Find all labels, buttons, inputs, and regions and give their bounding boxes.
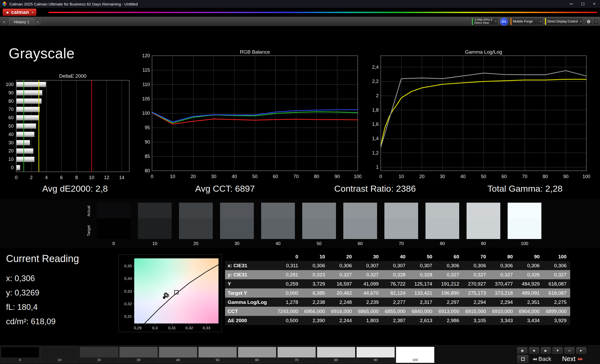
pattern-patch-10[interactable]: 10 xyxy=(40,347,79,363)
svg-text:0: 0 xyxy=(379,174,382,179)
svg-text:50: 50 xyxy=(252,174,257,179)
settings-button[interactable] xyxy=(585,18,592,25)
swatch-label: 60 xyxy=(343,241,377,246)
grayscale-swatch: 0 xyxy=(97,203,131,246)
svg-text:40: 40 xyxy=(8,132,14,137)
skip-button[interactable]: ► xyxy=(576,347,586,354)
pattern-patch-50[interactable]: 50 xyxy=(198,347,237,363)
transport-icon-row: ◉■▶▼∞► xyxy=(517,347,586,354)
next-button[interactable]: Next ▶▶ xyxy=(562,354,582,363)
svg-text:6: 6 xyxy=(60,175,63,180)
svg-text:70: 70 xyxy=(522,174,527,179)
calman-logo-button[interactable]: ★ calman ▾ xyxy=(3,9,36,16)
swatch-label: 40 xyxy=(261,241,295,246)
svg-text:90: 90 xyxy=(334,174,340,179)
svg-text:40: 40 xyxy=(460,174,466,179)
svg-text:100: 100 xyxy=(6,82,14,87)
source-selector[interactable]: Mobile Forge ▾ xyxy=(510,18,543,25)
logo-bar: ★ calman ▾ xyxy=(0,8,600,17)
pattern-patch-60[interactable]: 60 xyxy=(238,347,276,363)
svg-text:0,33: 0,33 xyxy=(124,289,132,293)
calman-window: Calman 2025 Calman Ultimate for Business… xyxy=(0,0,600,364)
tab-history-1[interactable]: History 1 xyxy=(9,18,34,25)
table-row: y: CIE310,2810,3230,3270,3270,3280,3280,… xyxy=(225,270,570,279)
stop-measurement-button[interactable] xyxy=(517,355,528,363)
meter-selector[interactable]: X-Rite i1Pro 3 Direct View ▾ xyxy=(472,18,498,25)
maximize-icon xyxy=(581,3,584,5)
svg-text:0,31: 0,31 xyxy=(168,326,176,330)
reading-x: x: 0,306 xyxy=(6,271,79,286)
pattern-patch-40[interactable]: 40 xyxy=(159,347,197,363)
svg-text:90: 90 xyxy=(8,90,14,95)
reading-y: y: 0,3269 xyxy=(6,286,79,300)
chevron-down-icon: ▾ xyxy=(495,20,498,23)
total-gamma-readout: Total Gamma: 2,28 xyxy=(450,183,600,195)
table-row: Gamma Log/Log1,2782,2382,2482,2392,2772,… xyxy=(225,298,570,307)
svg-text:1,4: 1,4 xyxy=(372,136,379,141)
close-button[interactable]: × xyxy=(588,0,600,8)
app-icon xyxy=(2,1,7,7)
next-icon: ▶▶ xyxy=(578,357,582,361)
swatch-row: 0102030405060708090100 xyxy=(97,203,549,246)
svg-text:95: 95 xyxy=(145,125,150,130)
svg-text:0: 0 xyxy=(151,174,153,179)
stop-button[interactable]: ■ xyxy=(529,347,539,354)
maximize-button[interactable] xyxy=(577,0,588,8)
calman-logo-icon: ★ xyxy=(6,10,9,14)
svg-text:10: 10 xyxy=(89,175,94,180)
svg-text:1,8: 1,8 xyxy=(372,107,379,113)
test-pattern-row: 0102030405060708090100 xyxy=(1,347,435,363)
meter-count-badge: 371 xyxy=(500,18,508,26)
svg-text:20: 20 xyxy=(419,174,424,179)
pattern-patch-100[interactable]: 100 xyxy=(396,347,434,363)
svg-text:0,32: 0,32 xyxy=(124,302,132,306)
svg-text:2: 2 xyxy=(376,93,379,98)
pattern-patch-70[interactable]: 70 xyxy=(277,347,316,363)
svg-text:0,35: 0,35 xyxy=(124,264,132,268)
contrast-ratio-readout: Contrast Ratio: 2386 xyxy=(300,183,450,195)
continuous-button[interactable]: ∞ xyxy=(564,347,574,354)
svg-text:4: 4 xyxy=(45,175,48,180)
swatch-label: 20 xyxy=(179,241,213,246)
stop-icon xyxy=(521,357,525,361)
gamma-chart: 11,21,41,61,822,22,401020304050607080901… xyxy=(368,54,590,180)
grayscale-swatch: 40 xyxy=(261,203,295,246)
svg-text:0,3: 0,3 xyxy=(152,326,158,330)
pattern-patch-90[interactable]: 90 xyxy=(356,347,395,363)
pattern-patch-20[interactable]: 20 xyxy=(80,347,118,363)
svg-text:60: 60 xyxy=(502,174,507,179)
pattern-patch-30[interactable]: 30 xyxy=(119,347,158,363)
svg-text:0: 0 xyxy=(15,175,18,180)
cie-chart: 0,310,320,330,340,350,290,30,310,320,33 xyxy=(119,255,222,332)
display-control-selector[interactable]: Direct Display Control ▾ xyxy=(545,18,583,25)
swatch-label: 50 xyxy=(302,241,336,246)
minimize-button[interactable] xyxy=(565,0,577,8)
svg-text:50: 50 xyxy=(481,174,486,179)
svg-text:2,2: 2,2 xyxy=(372,79,379,84)
pattern-patch-80[interactable]: 80 xyxy=(317,347,355,363)
chevron-down-icon: ▾ xyxy=(580,20,583,23)
svg-text:0,31: 0,31 xyxy=(124,314,132,318)
collapse-panel-button[interactable]: › xyxy=(593,18,598,25)
swatch-label: 30 xyxy=(220,241,254,246)
back-button[interactable]: ◀◀ Back xyxy=(532,355,551,363)
svg-text:30: 30 xyxy=(440,174,445,179)
play-button[interactable]: ▶ xyxy=(541,347,551,354)
svg-text:60: 60 xyxy=(8,115,14,120)
camera-button[interactable]: ◉ xyxy=(517,347,527,354)
svg-text:1,6: 1,6 xyxy=(372,122,379,127)
grayscale-swatch: 60 xyxy=(343,203,377,246)
back-label: Back xyxy=(538,356,551,362)
display-control-name: Direct Display Control xyxy=(546,20,579,23)
table-row: Y0,2593,72916,59741,09976,722125,174191,… xyxy=(225,279,570,288)
avg-cct-readout: Avg CCT: 6897 xyxy=(150,183,300,195)
table-row: CCT7243,0006956,0006916,0006865,0006855,… xyxy=(225,307,570,316)
svg-text:30: 30 xyxy=(211,174,216,179)
svg-text:20: 20 xyxy=(8,148,14,153)
svg-text:80: 80 xyxy=(543,174,548,179)
pattern-patch-0[interactable]: 0 xyxy=(1,347,39,363)
add-layout-button[interactable]: + xyxy=(35,19,40,24)
layout-expander-button[interactable]: ▸ xyxy=(2,19,7,24)
swatch-label: 100 xyxy=(508,241,541,246)
save-button[interactable]: ▼ xyxy=(553,347,563,354)
